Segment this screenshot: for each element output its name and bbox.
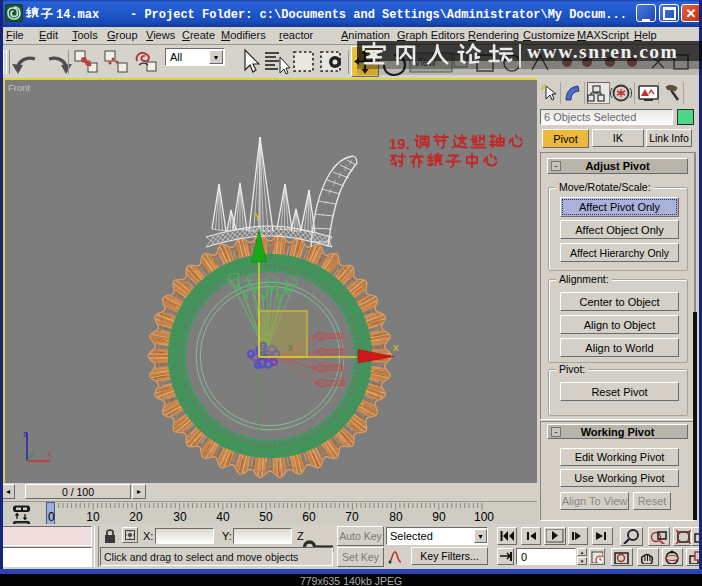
svg-text:19.: 19. [389, 135, 410, 152]
svg-text:- Project Folder: c:\Documents: - Project Folder: c:\Documents and Setti… [130, 8, 626, 22]
svg-text:z: z [23, 429, 28, 439]
svg-text:Y: Y [254, 211, 262, 223]
svg-text:x: x [47, 449, 52, 459]
svg-text:www.snren.com: www.snren.com [527, 41, 678, 62]
svg-text:x: x [393, 341, 399, 353]
svg-text:x: x [288, 342, 293, 353]
svg-text:14.max: 14.max [56, 8, 99, 22]
svg-text:Front: Front [8, 82, 31, 93]
